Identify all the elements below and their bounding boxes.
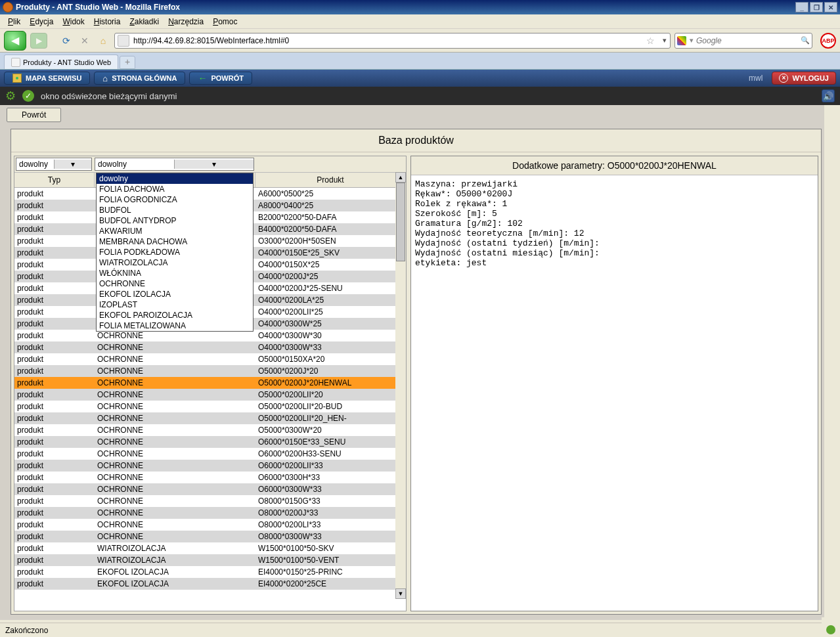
home-icon[interactable]: ⌂ xyxy=(96,33,110,48)
th-typ[interactable]: Typ xyxy=(14,173,95,187)
search-input[interactable] xyxy=(695,35,797,46)
details-panel: Dodatkowe parametry: O5000*0200J*20HENWA… xyxy=(410,156,818,611)
detail-line: etykieta: jest xyxy=(415,258,814,268)
dropdown-option[interactable]: BUDFOL ANTYDROP xyxy=(97,215,253,226)
th-produkt[interactable]: Produkt xyxy=(255,173,406,187)
dropdown-option[interactable]: MEMBRANA DACHOWA xyxy=(97,236,253,247)
search-dropdown-icon[interactable]: ▾ xyxy=(688,36,695,45)
table-row[interactable]: produktOCHRONNEO4000*0300W*33 xyxy=(14,341,406,353)
dropdown-option[interactable]: FOLIA PODKŁADOWA xyxy=(97,247,253,257)
menu-edycja[interactable]: Edycja xyxy=(26,16,57,28)
table-row[interactable]: produktWIATROIZOLACJAW1500*0100*50-SKV xyxy=(14,542,406,554)
table-row[interactable]: produktOCHRONNEO5000*0300W*20 xyxy=(14,424,406,436)
menu-pomoc[interactable]: Pomoc xyxy=(209,16,241,28)
search-box[interactable]: ▾ 🔍 xyxy=(674,33,812,49)
filter-typ-combo[interactable]: dowolny ▾ xyxy=(16,158,92,171)
chevron-down-icon[interactable]: ▾ xyxy=(174,160,254,169)
table-row[interactable]: produktOCHRONNEO6000*0150E*33_SENU xyxy=(14,436,406,448)
table-row[interactable]: produktOCHRONNEO8000*0150G*33 xyxy=(14,495,406,507)
stop-icon[interactable]: ✕ xyxy=(77,33,92,48)
dropdown-option[interactable]: EKOFOL PAROIZOLACJA xyxy=(97,310,253,320)
table-vscroll[interactable]: ▲ ▼ xyxy=(395,172,406,599)
dropdown-option-selected[interactable]: dowolny xyxy=(97,173,253,184)
table-row[interactable]: produktOCHRONNEO8000*0300W*33 xyxy=(14,531,406,542)
menu-narzędzia[interactable]: Narzędzia xyxy=(164,16,208,28)
table-row[interactable]: produktOCHRONNEO6000*0200H33-SENU xyxy=(14,448,406,460)
table-row[interactable]: produktOCHRONNEO5000*0200J*20 xyxy=(14,365,406,377)
url-input[interactable] xyxy=(132,35,641,46)
powrot-content-button[interactable]: Powrót xyxy=(7,108,61,122)
status-text: Zakończono xyxy=(5,626,48,635)
menu-zakładki[interactable]: Zakładki xyxy=(125,16,163,28)
dropdown-option[interactable]: BUDFOL xyxy=(97,205,253,215)
search-go-icon[interactable]: 🔍 xyxy=(797,36,814,45)
details-title: Dodatkowe parametry: O5000*0200J*20HENWA… xyxy=(411,156,818,175)
table-row[interactable]: produktOCHRONNEO6000*0300H*33 xyxy=(14,472,406,483)
table-row[interactable]: produktOCHRONNEO5000*0200LII*20_HEN- xyxy=(14,412,406,424)
table-row[interactable]: produktWIATROIZOLACJAW1500*0100*50-VENT xyxy=(14,554,406,566)
products-panel: Baza produktów dowolny ▾ dowolny ▾ dowol… xyxy=(11,129,822,615)
detail-line: Rękaw*: O5000*0200J xyxy=(415,189,814,199)
dropdown-option[interactable]: WIATROIZOLACJA xyxy=(97,257,253,268)
wyloguj-button[interactable]: × WYLOGUJ xyxy=(772,72,836,85)
strona-glowna-button[interactable]: ⌂ STRONA GŁÓWNA xyxy=(94,72,185,85)
back-button[interactable]: ◀ xyxy=(4,31,26,51)
powrot-button[interactable]: ← POWRÓT xyxy=(189,72,252,85)
audio-icon[interactable]: 🔊 xyxy=(822,89,835,102)
status-ok-icon xyxy=(826,625,835,634)
adblock-icon[interactable]: ABP xyxy=(820,33,836,49)
dropdown-option[interactable]: OCHRONNE xyxy=(97,278,253,289)
user-label: mwl xyxy=(749,74,763,83)
menu-plik[interactable]: Plik xyxy=(4,16,24,28)
chevron-down-icon[interactable]: ▾ xyxy=(54,160,92,169)
table-row[interactable]: produktOCHRONNEO5000*0150XA*20 xyxy=(14,353,406,365)
minimize-button[interactable]: _ xyxy=(795,2,808,12)
detail-line: Wydajność (ostatni tydzień) [m/min]: xyxy=(415,238,814,248)
scroll-down-icon[interactable]: ▼ xyxy=(395,588,406,599)
bookmark-star-icon[interactable]: ☆ xyxy=(641,35,659,46)
scroll-up-icon[interactable]: ▲ xyxy=(395,172,406,183)
filter-kategoria-combo[interactable]: dowolny ▾ xyxy=(95,158,254,171)
google-icon[interactable] xyxy=(677,35,686,47)
scroll-thumb[interactable] xyxy=(396,183,405,261)
table-row[interactable]: produktOCHRONNEO6000*0300W*33 xyxy=(14,483,406,495)
new-tab-button[interactable]: + xyxy=(120,56,135,69)
address-bar[interactable]: ☆ ▾ xyxy=(114,33,671,49)
page-scrollbar[interactable] xyxy=(824,105,840,617)
dropdown-option[interactable]: FOLIA OGRODNICZA xyxy=(97,194,253,205)
dropdown-option[interactable]: EKOFOL IZOLACJA xyxy=(97,289,253,299)
gear-icon[interactable]: ⚙ xyxy=(5,89,16,103)
sitemap-icon xyxy=(12,74,22,83)
reload-icon[interactable]: ⟳ xyxy=(59,33,74,48)
detail-line: Szerokość [m]: 5 xyxy=(415,209,814,219)
table-row[interactable]: produktOCHRONNEO5000*0200J*20HENWAL xyxy=(14,377,406,389)
tab-favicon-icon xyxy=(11,58,20,67)
dropdown-option[interactable]: WŁÓKNINA xyxy=(97,268,253,278)
forward-button[interactable]: ▶ xyxy=(30,33,47,49)
menu-widok[interactable]: Widok xyxy=(58,16,88,28)
table-row[interactable]: produktEKOFOL IZOLACJAEI4000*0200*25CE xyxy=(14,578,406,590)
content-divider xyxy=(0,617,822,620)
app-banner: MAPA SERWISU ⌂ STRONA GŁÓWNA ← POWRÓT mw… xyxy=(0,70,840,87)
url-dropdown-icon[interactable]: ▾ xyxy=(659,36,670,45)
kategoria-dropdown[interactable]: dowolnyFOLIA DACHOWAFOLIA OGRODNICZABUDF… xyxy=(96,173,254,332)
table-row[interactable]: produktOCHRONNEO5000*0200LII*20-BUD xyxy=(14,401,406,412)
dropdown-option[interactable]: FOLIA DACHOWA xyxy=(97,184,253,194)
table-row[interactable]: produktOCHRONNEO6000*0200LII*33 xyxy=(14,460,406,472)
panel-title: Baza produktów xyxy=(11,129,821,152)
menu-historia[interactable]: Historia xyxy=(90,16,125,28)
table-row[interactable]: produktEKOFOL IZOLACJAEI4000*0150*25-PRI… xyxy=(14,566,406,578)
detail-line: Rolek z rękawa*: 1 xyxy=(415,199,814,209)
table-row[interactable]: produktOCHRONNEO8000*0200J*33 xyxy=(14,507,406,519)
table-row[interactable]: produktOCHRONNEO8000*0200LI*33 xyxy=(14,519,406,531)
arrow-left-icon: ← xyxy=(198,73,207,83)
mapa-serwisu-button[interactable]: MAPA SERWISU xyxy=(4,72,90,85)
dropdown-option[interactable]: AKWARIUM xyxy=(97,226,253,236)
table-row[interactable]: produktOCHRONNEO5000*0200LII*20 xyxy=(14,389,406,401)
dropdown-option[interactable]: FOLIA METALIZOWANA xyxy=(97,320,253,331)
close-button[interactable]: ✕ xyxy=(824,2,837,12)
tab-produkty[interactable]: Produkty - ANT Studio Web xyxy=(4,55,118,69)
browser-statusbar: Zakończono xyxy=(0,623,822,637)
dropdown-option[interactable]: IZOPLAST xyxy=(97,299,253,310)
restore-button[interactable]: ❐ xyxy=(810,2,823,12)
